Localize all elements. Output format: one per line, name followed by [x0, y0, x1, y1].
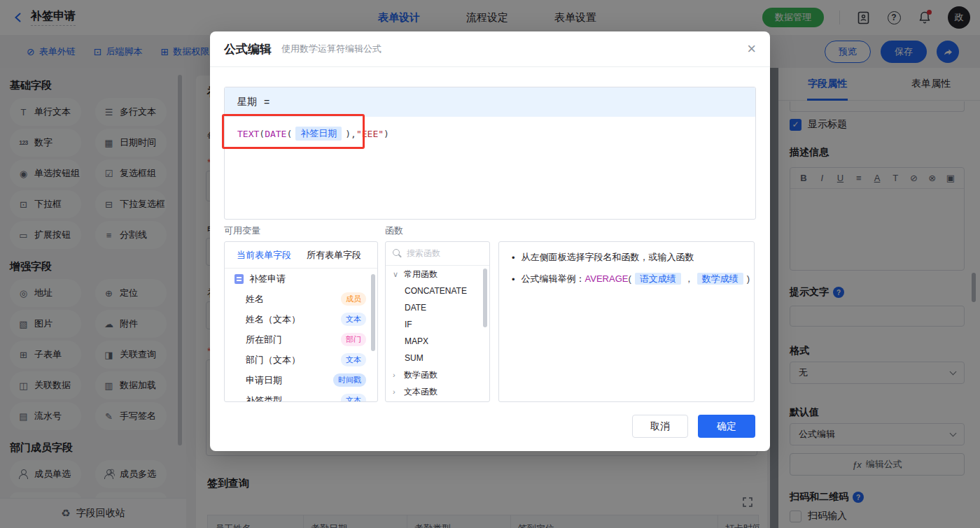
formula-token: ( — [259, 129, 265, 139]
function-item-SUM[interactable]: SUM — [386, 350, 489, 366]
hint-line-1: • 从左侧面板选择字段名和函数，或输入函数 — [512, 251, 741, 264]
variable-row-申请日期[interactable]: 申请日期时间戳 — [225, 370, 377, 390]
equals-sign: = — [264, 97, 270, 108]
functions-list: ∨常用函数CONCATENATEDATEIFMAPXSUM›数学函数›文本函数 — [386, 266, 489, 400]
type-badge: 部门 — [341, 333, 366, 346]
bullet: • — [512, 274, 515, 285]
function-group-数学函数[interactable]: ›数学函数 — [386, 366, 489, 383]
variable-name: 姓名（文本） — [246, 313, 341, 326]
variable-name: 姓名 — [246, 293, 341, 306]
variable-form-row[interactable]: 补签申请 — [225, 269, 377, 289]
function-group-文本函数[interactable]: ›文本函数 — [386, 383, 489, 400]
close-icon[interactable]: × — [747, 41, 756, 57]
field-token[interactable]: 语文成绩 — [635, 273, 681, 285]
formula-token: ， — [685, 273, 694, 284]
formula-token: 公式编辑举例： — [522, 273, 585, 284]
formula-token: ) — [747, 273, 750, 284]
search-placeholder: 搜索函数 — [407, 248, 440, 259]
variable-form-name: 补签申请 — [249, 273, 368, 285]
hint-example: 公式编辑举例：AVERAGE(语文成绩，数学成绩) — [522, 273, 750, 285]
field-token[interactable]: 数学成绩 — [697, 273, 743, 285]
function-group-name: 文本函数 — [404, 386, 438, 398]
formula-token: DATE — [265, 129, 286, 139]
cancel-button[interactable]: 取消 — [632, 415, 688, 438]
functions-label: 函数 — [385, 224, 403, 237]
variable-row-姓名[interactable]: 姓名成员 — [225, 289, 377, 309]
formula-token: ) — [345, 129, 351, 139]
modal-header: 公式编辑 使用数学运算符编辑公式 × — [210, 31, 770, 67]
function-item-MAPX[interactable]: MAPX — [386, 333, 489, 350]
variables-label: 可用变量 — [224, 224, 260, 237]
formula-editor[interactable]: 星期 = TEXT(DATE(补签日期),"EEE") — [224, 87, 756, 220]
type-badge: 文本 — [341, 394, 366, 402]
chevron-right-icon: › — [393, 371, 400, 379]
function-item-IF[interactable]: IF — [386, 316, 489, 333]
result-variable: 星期 — [237, 96, 257, 108]
chevron-right-icon: › — [393, 387, 400, 396]
modal-subtitle: 使用数学运算符编辑公式 — [281, 43, 382, 55]
formula-modal: 公式编辑 使用数学运算符编辑公式 × 星期 = TEXT(DATE(补签日期),… — [210, 31, 770, 451]
variable-row-部门（文本）[interactable]: 部门（文本）文本 — [225, 350, 377, 370]
type-badge: 时间戳 — [333, 373, 366, 387]
type-badge: 成员 — [341, 292, 366, 306]
function-item-DATE[interactable]: DATE — [386, 299, 489, 316]
variable-name: 所在部门 — [246, 334, 341, 346]
formula-token: ( — [286, 129, 292, 139]
variables-tab-所有表单字段[interactable]: 所有表单字段 — [307, 249, 361, 262]
formula-token: "EEE" — [356, 129, 384, 139]
variable-row-所在部门[interactable]: 所在部门部门 — [225, 329, 377, 350]
type-badge: 文本 — [341, 353, 366, 366]
variables-list: 补签申请姓名成员姓名（文本）文本所在部门部门部门（文本）文本申请日期时间戳补签类… — [225, 269, 377, 402]
form-doc-icon — [234, 274, 244, 284]
formula-expression[interactable]: TEXT(DATE(补签日期),"EEE") — [225, 117, 755, 150]
function-group-常用函数[interactable]: ∨常用函数 — [386, 266, 489, 283]
hints-panel: • 从左侧面板选择字段名和函数，或输入函数 • 公式编辑举例：AVERAGE(语… — [498, 241, 755, 402]
formula-token: ) — [384, 129, 389, 139]
formula-token: , — [351, 129, 356, 139]
functions-scrollbar[interactable] — [483, 269, 487, 327]
modal-title: 公式编辑 — [224, 41, 272, 57]
confirm-button[interactable]: 确定 — [698, 415, 755, 438]
hint-line-2: • 公式编辑举例：AVERAGE(语文成绩，数学成绩) — [512, 273, 741, 285]
type-badge: 文本 — [341, 313, 366, 326]
variables-scrollbar[interactable] — [371, 274, 375, 351]
variables-panel: 当前表单字段所有表单字段 补签申请姓名成员姓名（文本）文本所在部门部门部门（文本… — [224, 241, 378, 402]
app-root: 补签申请 表单设计流程设定表单设置 数据管理 ? 政 ⊘表单外链⊡后端脚本⊞数据… — [0, 0, 980, 528]
bullet: • — [512, 252, 515, 263]
formula-token: ( — [628, 273, 631, 284]
variable-name: 补签类型 — [246, 394, 341, 403]
search-icon — [393, 249, 402, 258]
formula-result-bar: 星期 = — [225, 87, 755, 117]
function-search[interactable]: 搜索函数 — [386, 242, 489, 266]
variable-row-补签类型[interactable]: 补签类型文本 — [225, 390, 377, 402]
functions-panel: 搜索函数 ∨常用函数CONCATENATEDATEIFMAPXSUM›数学函数›… — [385, 241, 490, 402]
function-group-name: 常用函数 — [404, 269, 438, 280]
function-item-CONCATENATE[interactable]: CONCATENATE — [386, 283, 489, 299]
variables-tab-当前表单字段[interactable]: 当前表单字段 — [237, 249, 291, 262]
variable-name: 部门（文本） — [246, 354, 341, 366]
function-group-name: 数学函数 — [404, 369, 438, 381]
variable-name: 申请日期 — [246, 374, 333, 387]
field-token[interactable]: 补签日期 — [295, 127, 342, 141]
variable-row-姓名（文本）[interactable]: 姓名（文本）文本 — [225, 309, 377, 329]
chevron-down-icon: ∨ — [393, 270, 400, 279]
formula-token: AVERAGE — [585, 273, 629, 284]
variables-tabs: 当前表单字段所有表单字段 — [225, 242, 377, 269]
formula-token: TEXT — [237, 129, 259, 139]
